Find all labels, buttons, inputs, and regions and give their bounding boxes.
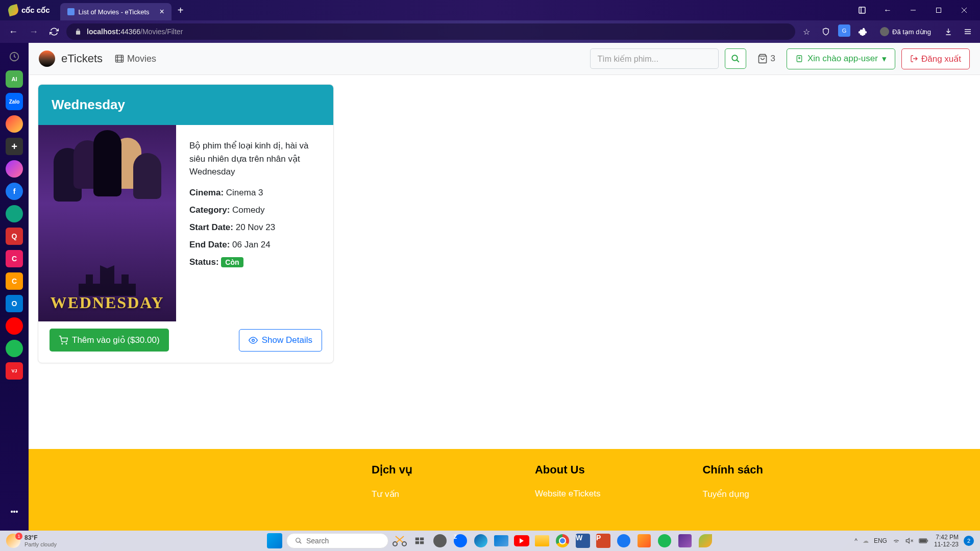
- nav-back-button[interactable]: ←: [5, 23, 21, 40]
- window-maximize-button[interactable]: [927, 0, 950, 20]
- volume-icon[interactable]: [905, 537, 914, 545]
- sidebar-outlook-icon[interactable]: O: [6, 295, 23, 312]
- extensions-icon[interactable]: [855, 24, 870, 39]
- taskbar-clock[interactable]: 7:42 PM 11-12-23: [934, 534, 959, 548]
- taskbar-mail-icon[interactable]: [493, 532, 510, 549]
- new-tab-button[interactable]: +: [172, 5, 190, 16]
- taskbar-edge-icon[interactable]: [472, 532, 489, 549]
- taskbar-visualstudio-icon[interactable]: [676, 532, 694, 549]
- browser-search-tabs-icon[interactable]: [850, 0, 874, 20]
- logout-button[interactable]: Đăng xuất: [901, 48, 970, 69]
- taskbar-word-icon[interactable]: W: [574, 532, 592, 549]
- nav-reload-button[interactable]: [46, 23, 62, 40]
- sidebar-q-icon[interactable]: Q: [6, 228, 23, 245]
- menu-icon[interactable]: [961, 24, 975, 39]
- taskbar-files-icon[interactable]: [533, 532, 551, 549]
- sidebar-vietjet-icon[interactable]: VJ: [6, 362, 23, 380]
- window-minimize-button[interactable]: [901, 0, 925, 20]
- taskbar-facebook-icon[interactable]: [615, 532, 632, 549]
- tab-title: List of Movies - eTickets: [79, 8, 150, 16]
- taskbar-powerpoint-icon[interactable]: P: [595, 532, 612, 549]
- url-input[interactable]: localhost:44366/Movies/Filter: [66, 23, 795, 40]
- nav-movies-link[interactable]: Movies: [115, 54, 156, 64]
- sidebar-messenger-icon[interactable]: [6, 160, 23, 178]
- svg-point-6: [799, 57, 800, 59]
- brand-link[interactable]: eTickets: [39, 51, 103, 67]
- sidebar-more-button[interactable]: •••: [6, 503, 23, 520]
- svg-rect-16: [420, 541, 424, 544]
- show-details-button[interactable]: Show Details: [239, 329, 322, 352]
- sidebar-app1-icon[interactable]: [6, 115, 23, 133]
- cart-link[interactable]: 3: [757, 54, 775, 64]
- movie-details: Bộ phim thể loại kinh dị, hài và siêu nh…: [176, 125, 333, 321]
- sidebar-chatgpt-icon[interactable]: [6, 205, 23, 222]
- taskbar-snip-icon[interactable]: [391, 534, 408, 547]
- profile-paused-button[interactable]: Đã tạm dừng: [875, 24, 936, 39]
- sidebar-c2-icon[interactable]: C: [6, 272, 23, 290]
- add-to-cart-button[interactable]: Thêm vào giỏ ($30.00): [50, 329, 169, 352]
- taskbar-zalo-icon[interactable]: Z: [452, 532, 469, 549]
- start-date-row: Start Date: 20 Nov 23: [189, 222, 320, 233]
- notification-badge[interactable]: 2: [964, 536, 974, 546]
- sidebar-ai-icon[interactable]: AI: [6, 70, 23, 88]
- svg-rect-1: [937, 8, 941, 13]
- sidebar-facebook-icon[interactable]: f: [6, 183, 23, 200]
- weather-icon: 1: [6, 534, 20, 548]
- taskbar-search-input[interactable]: Search: [286, 533, 388, 548]
- downloads-icon[interactable]: [941, 24, 955, 39]
- taskbar-camera-icon[interactable]: [431, 532, 449, 549]
- browser-brand[interactable]: cốc cốc: [0, 0, 58, 20]
- footer-link[interactable]: Tuyển dụng: [702, 489, 749, 499]
- translate-icon[interactable]: G: [838, 24, 850, 37]
- brand-text: eTickets: [61, 52, 103, 65]
- shield-icon[interactable]: [819, 24, 833, 39]
- svg-point-11: [393, 542, 397, 546]
- content-area: Wednesday WEDNESDAY Bộ phim thể loại kin…: [29, 75, 980, 372]
- search-input[interactable]: Tìm kiếm phim...: [590, 48, 719, 69]
- start-button[interactable]: [266, 532, 283, 549]
- taskbar-spotify-icon[interactable]: [656, 532, 673, 549]
- user-dropdown-button[interactable]: Xin chào app-user ▾: [787, 48, 895, 69]
- status-row: Status: Còn: [189, 257, 320, 267]
- tray-lang[interactable]: ENG: [874, 537, 887, 544]
- status-badge: Còn: [221, 257, 243, 267]
- taskbar-youtube-icon[interactable]: [513, 532, 530, 549]
- taskbar-coccoc-icon[interactable]: [697, 532, 714, 549]
- footer-col-title: About Us: [535, 463, 601, 477]
- sidebar-zalo-icon[interactable]: Zalo: [6, 93, 23, 110]
- taskbar-weather[interactable]: 1 83°F Partly cloudy: [6, 534, 57, 548]
- taskbar-app-icon[interactable]: [635, 532, 653, 549]
- page-viewport: eTickets Movies Tìm kiếm phim... 3 Xin c…: [29, 43, 980, 531]
- search-icon: [731, 54, 740, 63]
- sidebar-youtube-icon[interactable]: [6, 317, 23, 335]
- tab-favicon-icon: [67, 8, 75, 15]
- window-close-button[interactable]: [952, 0, 976, 20]
- tray-chevron-icon[interactable]: ^: [854, 537, 857, 544]
- svg-point-9: [252, 339, 255, 341]
- cart-icon: [757, 54, 768, 64]
- film-icon: [115, 54, 124, 63]
- battery-icon[interactable]: [919, 537, 929, 544]
- page-footer: Dịch vụ Tư vấn About Us Website eTickets…: [29, 449, 980, 531]
- taskbar-taskview-icon[interactable]: [411, 532, 428, 549]
- sidebar-c1-icon[interactable]: C: [6, 250, 23, 267]
- bookmark-star-icon[interactable]: ☆: [799, 24, 814, 39]
- browser-back-alt-icon[interactable]: ←: [876, 0, 899, 20]
- nav-forward-button[interactable]: →: [26, 23, 42, 40]
- search-button[interactable]: [725, 48, 746, 69]
- windows-taskbar: 1 83°F Partly cloudy Search Z W P ^ ☁ EN…: [0, 531, 980, 551]
- browser-brand-text: cốc cốc: [21, 6, 50, 15]
- taskbar-chrome-icon[interactable]: [554, 532, 571, 549]
- footer-link[interactable]: Tư vấn: [372, 489, 399, 499]
- sidebar-spotify-icon[interactable]: [6, 340, 23, 357]
- footer-link[interactable]: Website eTickets: [535, 489, 601, 498]
- tab-close-button[interactable]: ×: [160, 7, 164, 16]
- wifi-icon[interactable]: [892, 537, 900, 545]
- sidebar-history-icon[interactable]: [6, 48, 23, 65]
- tray-onedrive-icon[interactable]: ☁: [863, 537, 869, 544]
- cart-plus-icon: [59, 336, 68, 345]
- movie-description: Bộ phim thể loại kinh dị, hài và siêu nh…: [189, 139, 320, 179]
- browser-tab-active[interactable]: List of Movies - eTickets ×: [60, 3, 172, 20]
- movie-title: Wednesday: [38, 85, 333, 125]
- sidebar-add-button[interactable]: +: [6, 138, 23, 155]
